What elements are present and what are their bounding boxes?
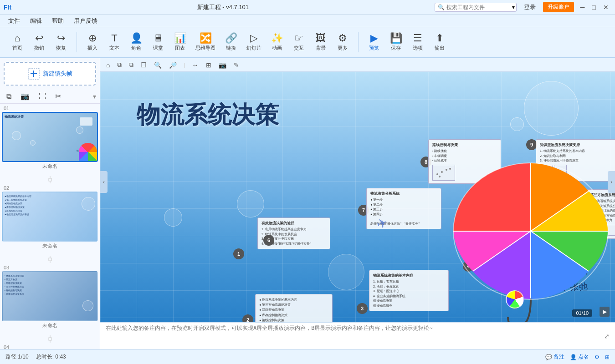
canvas-edit-icon[interactable]: ✎ bbox=[231, 61, 241, 70]
umbrella-decoration bbox=[451, 158, 610, 322]
svg-point-16 bbox=[439, 176, 441, 177]
classroom-button[interactable]: 🖥 课堂 bbox=[148, 31, 168, 53]
character-button[interactable]: 👤 角色 bbox=[126, 31, 146, 53]
slide-thumb-2[interactable]: ● 物流系统决策的基本内容 ● 第三方物流系统决策 ● 网络型物流决策 ● 库存… bbox=[2, 192, 98, 242]
node-2-box[interactable]: ● 物流系统决策的基本内容 ● 第三方物流系统决策 ● 网络型物流决策 ● 库存… bbox=[255, 294, 333, 322]
canvas-copy-icon[interactable]: ⧉ bbox=[115, 60, 124, 70]
text-label: 文本 bbox=[109, 45, 119, 51]
svg-point-13 bbox=[441, 171, 443, 173]
search-input[interactable] bbox=[446, 4, 510, 10]
canvas-paste-icon[interactable]: ⧉ bbox=[127, 60, 136, 70]
nav-next-button[interactable]: ▶ bbox=[600, 307, 610, 317]
canvas-grid-icon[interactable]: ⊞ bbox=[204, 61, 214, 70]
toolbar-insert-group: ⊕ 插入 T 文本 👤 角色 🖥 课堂 📊 图表 🔀 思维导图 🔗 链接 ▷ bbox=[82, 31, 353, 53]
thumb-umbrella bbox=[79, 143, 97, 161]
thumb-bubble-3 bbox=[76, 126, 83, 134]
canvas-zoomin-icon[interactable]: 🔍 bbox=[152, 61, 164, 70]
slide-icon: ▷ bbox=[250, 33, 258, 43]
options-button[interactable]: ☰ 选项 bbox=[408, 31, 428, 53]
copy-frame-button[interactable]: ⧉ bbox=[4, 91, 14, 101]
search-box[interactable]: 🔍 ▾ bbox=[435, 3, 517, 12]
new-frame-button[interactable]: 新建镜头帧 bbox=[4, 62, 96, 86]
chart-button[interactable]: 📊 图表 bbox=[170, 31, 190, 53]
fit-button[interactable]: ⛶ bbox=[36, 91, 49, 101]
dot-button[interactable]: 👤 点名 bbox=[570, 353, 589, 361]
mindmap-button[interactable]: 🔀 思维导图 bbox=[192, 31, 219, 53]
slide-num-3: 03 bbox=[2, 265, 98, 270]
settings-icon[interactable]: ⚙ bbox=[594, 354, 600, 360]
node-3-title: 物流系统决策的基本内容 bbox=[373, 273, 445, 278]
character-icon: 👤 bbox=[130, 33, 143, 43]
slide-thumb-1-inner: 物流系统决策 组员：周玲丽 费欢熊如秀 罗园马桂梅 张弛 bbox=[3, 113, 97, 161]
bg-button[interactable]: 🖼 背景 bbox=[311, 31, 331, 53]
export-button[interactable]: ⬆ 输出 bbox=[430, 31, 450, 53]
link-button[interactable]: 🔗 链接 bbox=[221, 31, 241, 53]
redo-icon: ↪ bbox=[57, 33, 65, 43]
notes-expand-icon[interactable]: ⤢ bbox=[604, 333, 610, 340]
preview-button[interactable]: ▶ 预览 bbox=[364, 31, 384, 53]
comment-icon: 💬 bbox=[545, 354, 552, 360]
comment-button[interactable]: 💬 备注 bbox=[545, 353, 564, 361]
text-button[interactable]: T 文本 bbox=[104, 31, 124, 53]
canvas-fit-icon[interactable]: ↔ bbox=[190, 61, 201, 70]
dot-label: 点名 bbox=[578, 353, 589, 361]
crop-button[interactable]: ✂ bbox=[52, 91, 64, 101]
canvas-toolbar-sep: | bbox=[182, 62, 187, 68]
slide-thumb-1[interactable]: 物流系统决策 组员：周玲丽 费欢熊如秀 罗园马桂梅 张弛 bbox=[2, 112, 98, 162]
link-icon: 🔗 bbox=[225, 33, 237, 43]
bg-icon: 🖼 bbox=[316, 33, 326, 43]
toolbar-publish-group: ▶ 预览 💾 保存 ☰ 选项 ⬆ 输出 bbox=[364, 31, 450, 53]
interact-button[interactable]: ☞ 交互 bbox=[289, 31, 309, 53]
canvas-camera-icon[interactable]: 📷 bbox=[216, 61, 229, 70]
grid-icon[interactable]: ⊞ bbox=[605, 354, 610, 360]
title-bar-right: 🔍 ▾ 登录 升级账户 ─ □ ✕ bbox=[435, 2, 611, 12]
person-icon: 👤 bbox=[570, 354, 577, 360]
menu-edit[interactable]: 编辑 bbox=[26, 15, 46, 26]
slide-name-1: 未命名 bbox=[2, 162, 98, 171]
thumb-2-bubble bbox=[82, 197, 95, 211]
slide-thumb-3[interactable]: • 物流系统决策问题 • 第三方物流 • 网络型物流决策 • 库存控制物流决策 … bbox=[2, 271, 98, 321]
svg-rect-3 bbox=[49, 178, 51, 181]
canvas-area: ⌂ ⧉ ⧉ ❐ 🔍 🔎 | ↔ ⊞ 📷 ✎ 物 bbox=[100, 58, 615, 349]
notes-input[interactable] bbox=[106, 324, 600, 348]
canvas-frame-icon[interactable]: ❐ bbox=[138, 61, 149, 70]
login-button[interactable]: 登录 bbox=[520, 2, 539, 12]
left-panel-collapse-button[interactable]: ‹ bbox=[100, 171, 108, 193]
status-path: 路径 1/10 bbox=[5, 353, 29, 361]
right-panel-collapse-button[interactable]: › bbox=[608, 171, 615, 193]
animation-icon: ✨ bbox=[271, 33, 283, 43]
insert-button[interactable]: ⊕ 插入 bbox=[82, 31, 102, 53]
status-bar: 路径 1/10 总时长: 0:43 💬 备注 👤 点名 ⚙ ⊞ bbox=[0, 349, 615, 364]
node-6-circle: 6 bbox=[263, 235, 274, 246]
slide-canvas[interactable]: 物流系统决策 组员：周玲丽 费欢 熊如秀 罗园 马桂梅 张弛 1 有效物流决策的… bbox=[100, 72, 615, 322]
maximize-button[interactable]: □ bbox=[589, 3, 599, 12]
window-controls: ─ □ ✕ bbox=[578, 3, 611, 12]
undo-button[interactable]: ↩ 撤销 bbox=[29, 31, 49, 53]
deco-circle-large bbox=[524, 81, 579, 136]
new-frame-icon bbox=[27, 67, 40, 80]
node-3-box[interactable]: 物流系统决策的基本内容 1. 运输：客车运输 2. 仓储：仓库优化 3. 配送：… bbox=[369, 270, 449, 311]
animation-button[interactable]: ✨ 动画 bbox=[267, 31, 287, 53]
home-button[interactable]: ⌂ 首页 bbox=[7, 31, 27, 53]
panel-collapse-icon[interactable]: ▾ bbox=[93, 93, 96, 100]
menu-help[interactable]: 帮助 bbox=[47, 15, 68, 26]
search-dropdown-icon[interactable]: ▾ bbox=[512, 4, 515, 10]
more-button[interactable]: ⚙ 更多 bbox=[333, 31, 353, 53]
toolbar-sep-2 bbox=[358, 32, 359, 52]
redo-button[interactable]: ↪ 恢复 bbox=[51, 31, 71, 53]
slide-button[interactable]: ▷ 幻灯片 bbox=[243, 31, 265, 53]
slide-item-1: 01 物流系统决策 组员：周玲丽 费欢熊如秀 罗园马桂梅 张弛 未命名 bbox=[2, 106, 98, 171]
slide-thumb-2-inner: ● 物流系统决策的基本内容 ● 第三方物流系统决策 ● 网络型物流决策 ● 库存… bbox=[3, 192, 97, 241]
menu-feedback[interactable]: 用户反馈 bbox=[69, 15, 102, 26]
camera-button[interactable]: 📷 bbox=[18, 91, 32, 101]
left-panel: 新建镜头帧 ⧉ 📷 ⛶ ✂ ▾ 01 物流系统决策 组员：周玲丽 费欢熊如秀 罗… bbox=[0, 58, 100, 349]
close-button[interactable]: ✕ bbox=[600, 3, 611, 12]
canvas-zoomout-icon[interactable]: 🔎 bbox=[167, 61, 179, 70]
slide-divider-3 bbox=[2, 334, 98, 344]
canvas-home-icon[interactable]: ⌂ bbox=[104, 61, 112, 70]
upgrade-button[interactable]: 升级账户 bbox=[543, 2, 574, 12]
node-8-title: 路线控制与决策 bbox=[432, 142, 497, 147]
minimize-button[interactable]: ─ bbox=[578, 3, 588, 12]
save-button[interactable]: 💾 保存 bbox=[386, 31, 406, 53]
menu-file[interactable]: 文件 bbox=[4, 15, 25, 26]
